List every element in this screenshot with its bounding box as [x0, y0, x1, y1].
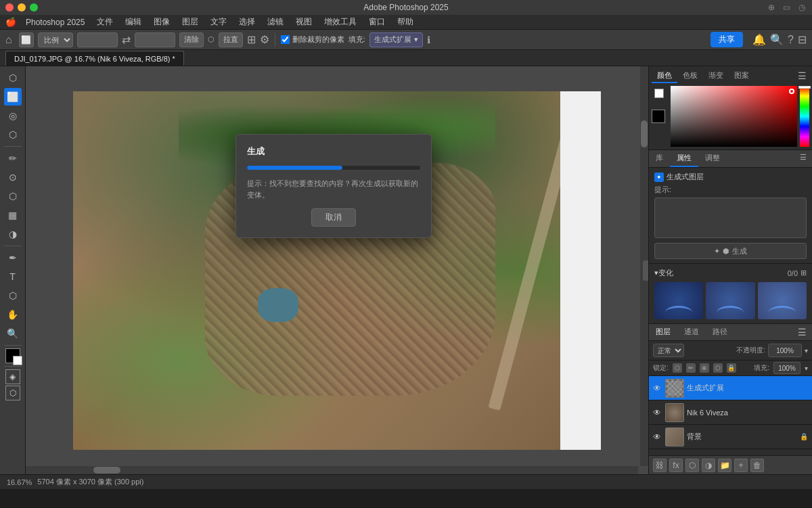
tab-gradients[interactable]: 渐变: [703, 69, 729, 83]
menu-edit[interactable]: 编辑: [120, 15, 147, 29]
notification-icon[interactable]: 🔔: [752, 33, 766, 46]
lock-all-icon[interactable]: 🔒: [727, 363, 736, 373]
crop-tool-icon[interactable]: ⬜: [19, 32, 34, 47]
new-adjustment-btn[interactable]: ◑: [702, 459, 715, 472]
help-icon[interactable]: ?: [788, 34, 794, 46]
clear-button[interactable]: 清除: [179, 32, 204, 47]
dodge-tool[interactable]: ◑: [4, 225, 22, 243]
tab-layers[interactable]: 图层: [649, 324, 677, 340]
variation-2[interactable]: [706, 282, 754, 319]
new-group-btn[interactable]: 📁: [718, 459, 731, 472]
foreground-color[interactable]: [5, 348, 20, 363]
quick-mask-mode[interactable]: ◈: [5, 369, 20, 384]
variation-3[interactable]: [758, 282, 807, 319]
properties-collapse[interactable]: ☰: [794, 150, 812, 167]
tab-patterns[interactable]: 图案: [729, 69, 754, 83]
grid-overlay-icon[interactable]: ⊞: [247, 33, 256, 46]
tab-color[interactable]: 颜色: [652, 69, 677, 83]
crop-tool[interactable]: ⬜: [4, 88, 22, 106]
layer-visibility-bg[interactable]: 👁: [652, 432, 662, 442]
delete-layer-btn[interactable]: 🗑: [750, 459, 764, 472]
zoom-tool[interactable]: 🔍: [4, 325, 22, 342]
tab-swatches[interactable]: 色板: [677, 69, 703, 83]
layer-item-gen[interactable]: 👁 生成式扩展: [649, 376, 812, 400]
hand-tool[interactable]: ✋: [4, 306, 22, 323]
hue-slider[interactable]: [800, 86, 809, 147]
color-panel-menu[interactable]: ☰: [795, 69, 809, 83]
pen-tool[interactable]: ✒: [4, 249, 22, 267]
tab-channels[interactable]: 通道: [677, 324, 706, 340]
generative-fill-button[interactable]: 生成式扩展 ▾: [369, 32, 423, 47]
menu-image[interactable]: 图像: [148, 15, 175, 29]
prompt-textarea[interactable]: [654, 198, 807, 238]
maximize-button[interactable]: [30, 3, 38, 11]
straighten-icon[interactable]: ⬡: [208, 35, 215, 44]
panel-toggle-icon[interactable]: ⊟: [798, 33, 807, 46]
lock-position-icon[interactable]: ⊕: [700, 363, 709, 373]
shape-tool[interactable]: ⬡: [4, 287, 22, 304]
menu-select[interactable]: 选择: [233, 15, 261, 29]
eraser-tool[interactable]: ⬡: [4, 187, 22, 205]
menu-file[interactable]: 文件: [91, 15, 118, 29]
home-icon[interactable]: ⌂: [5, 34, 12, 46]
swap-icon[interactable]: ⇄: [122, 33, 131, 46]
menu-photoshop[interactable]: Photoshop 2025: [20, 16, 90, 28]
tab-paths[interactable]: 路径: [706, 324, 734, 340]
background-swatch[interactable]: [654, 89, 664, 98]
layer-item-nik[interactable]: 👁 Nik 6 Viveza: [649, 400, 812, 425]
window-controls[interactable]: [5, 3, 38, 11]
link-layers-btn[interactable]: ⛓: [653, 459, 667, 472]
variation-1[interactable]: [654, 282, 703, 319]
opacity-input[interactable]: [768, 344, 802, 357]
generate-button[interactable]: ✦ ⬢ 生成: [654, 243, 807, 259]
ratio-select[interactable]: 比例: [38, 32, 73, 47]
info-icon[interactable]: ℹ: [427, 34, 430, 45]
delete-crop-label[interactable]: 删除裁剪的像素: [281, 34, 344, 45]
fill-input[interactable]: [773, 362, 800, 374]
opacity-arrow[interactable]: ▾: [805, 347, 808, 354]
background-color[interactable]: [13, 356, 22, 365]
width-input[interactable]: [77, 32, 118, 47]
tab-properties[interactable]: 属性: [670, 150, 698, 167]
menu-view[interactable]: 视图: [290, 15, 317, 29]
layer-visibility-nik[interactable]: 👁: [652, 407, 662, 418]
lock-artboard-icon[interactable]: ⬡: [713, 363, 723, 373]
move-tool[interactable]: ⬡: [4, 69, 22, 87]
layer-item-bg[interactable]: 👁 背景 🔒: [649, 425, 812, 449]
lock-image-icon[interactable]: ✏: [686, 363, 696, 373]
lasso-tool[interactable]: ◎: [4, 107, 22, 124]
close-button[interactable]: [5, 3, 14, 11]
search-icon[interactable]: 🔍: [770, 33, 784, 46]
select-tool[interactable]: ⬡: [4, 126, 22, 143]
layer-visibility-gen[interactable]: 👁: [652, 383, 662, 394]
brush-tool[interactable]: ✏: [4, 149, 22, 167]
variations-grid-icon[interactable]: ⊞: [800, 269, 807, 277]
add-mask-btn[interactable]: ⬡: [685, 459, 699, 472]
settings-icon[interactable]: ⚙: [260, 33, 269, 46]
gradient-tool[interactable]: ▦: [4, 206, 22, 224]
menu-plugins[interactable]: 增效工具: [319, 15, 362, 29]
screen-mode[interactable]: ⬡: [5, 386, 20, 400]
share-button[interactable]: 共享: [710, 32, 743, 47]
menu-filter[interactable]: 滤镜: [262, 15, 289, 29]
menu-help[interactable]: 帮助: [392, 15, 419, 29]
tab-library[interactable]: 库: [649, 150, 670, 167]
canvas-area[interactable]: 生成 提示：找不到您要查找的内容？再次生成以获取新的变体。 取消: [26, 66, 648, 474]
cancel-button[interactable]: 取消: [311, 208, 356, 227]
clone-tool[interactable]: ⊙: [4, 168, 22, 186]
minimize-button[interactable]: [18, 3, 26, 11]
straighten-button[interactable]: 拉直: [219, 32, 243, 47]
fill-arrow[interactable]: ▾: [805, 365, 808, 372]
foreground-swatch[interactable]: [652, 110, 665, 123]
tab-adjustments[interactable]: 调整: [698, 150, 727, 167]
menu-window[interactable]: 窗口: [363, 15, 390, 29]
menu-layer[interactable]: 图层: [177, 15, 204, 29]
blend-mode-select[interactable]: 正常: [653, 344, 684, 357]
lock-transparent-icon[interactable]: ⬡: [673, 363, 682, 373]
delete-crop-checkbox[interactable]: [281, 35, 290, 44]
new-layer-btn[interactable]: +: [734, 459, 748, 472]
document-tab[interactable]: DJI_0179.JPG @ 16.7% (Nik 6 Viveza, RGB/…: [5, 51, 184, 66]
color-spectrum[interactable]: [671, 86, 797, 147]
add-style-btn[interactable]: fx: [669, 459, 683, 472]
height-input[interactable]: [135, 32, 175, 47]
